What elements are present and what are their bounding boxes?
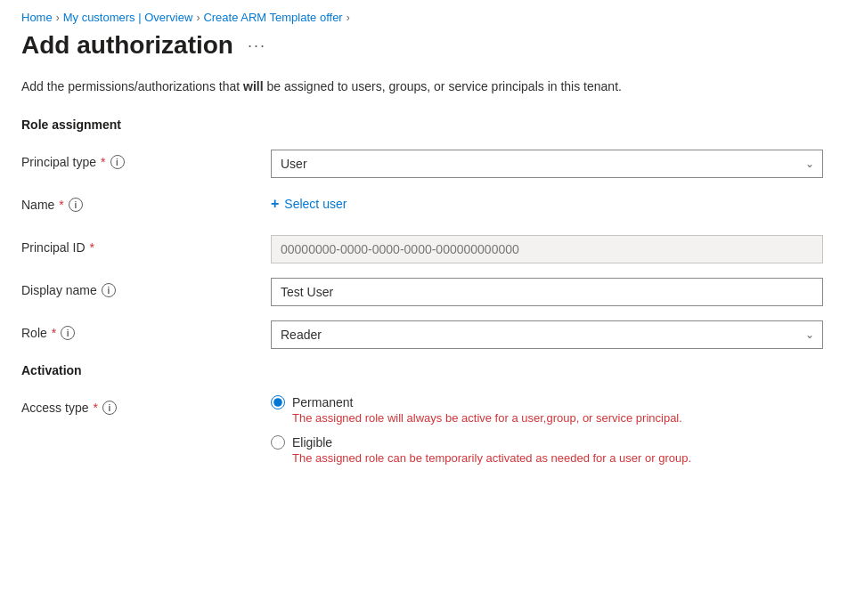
- breadcrumb-my-customers[interactable]: My customers | Overview: [63, 11, 193, 24]
- eligible-description: The assigned role can be temporarily act…: [292, 451, 823, 465]
- access-type-info-icon[interactable]: i: [102, 401, 117, 415]
- permanent-label[interactable]: Permanent: [292, 395, 353, 409]
- name-required: *: [59, 198, 63, 212]
- role-assignment-title: Role assignment: [21, 118, 827, 132]
- eligible-label[interactable]: Eligible: [292, 435, 332, 450]
- display-name-info-icon[interactable]: i: [102, 283, 116, 297]
- name-row: Name * i + Select user: [21, 192, 827, 221]
- eligible-option: Eligible The assigned role can be tempor…: [271, 435, 823, 465]
- permanent-radio-row: Permanent: [271, 395, 823, 409]
- activation-section: Activation Access type * i Permanent The…: [21, 363, 827, 465]
- breadcrumb-sep-2: ›: [196, 12, 200, 24]
- breadcrumb-home[interactable]: Home: [21, 11, 53, 24]
- permanent-description: The assigned role will always be active …: [292, 411, 823, 425]
- principal-id-label: Principal ID *: [21, 235, 271, 255]
- principal-id-control: [271, 235, 823, 263]
- role-label: Role * i: [21, 320, 271, 340]
- principal-type-label: Principal type * i: [21, 150, 271, 169]
- principal-id-row: Principal ID *: [21, 235, 827, 263]
- access-type-row: Access type * i Permanent The assigned r…: [21, 395, 827, 465]
- breadcrumb-sep-3: ›: [347, 12, 350, 24]
- role-assignment-section: Role assignment Principal type * i User …: [21, 118, 827, 349]
- access-type-control: Permanent The assigned role will always …: [271, 395, 823, 465]
- access-type-radio-group: Permanent The assigned role will always …: [271, 395, 823, 465]
- permanent-option: Permanent The assigned role will always …: [271, 395, 823, 425]
- principal-type-control: User Group Service Principal ⌄: [271, 150, 823, 178]
- display-name-input[interactable]: [271, 278, 823, 306]
- page-title-row: Add authorization ···: [21, 31, 827, 60]
- name-label: Name * i: [21, 192, 271, 212]
- access-type-required: *: [93, 401, 97, 415]
- role-required: *: [52, 326, 56, 340]
- access-type-label: Access type * i: [21, 395, 271, 415]
- principal-type-select[interactable]: User Group Service Principal: [271, 150, 823, 178]
- principal-type-select-wrapper: User Group Service Principal ⌄: [271, 150, 823, 178]
- name-info-icon[interactable]: i: [69, 198, 83, 212]
- breadcrumb-sep-1: ›: [56, 12, 60, 24]
- more-options-button[interactable]: ···: [242, 35, 272, 57]
- role-select[interactable]: Reader Contributor Owner: [271, 320, 823, 349]
- principal-id-required: *: [90, 240, 94, 255]
- breadcrumb: Home › My customers | Overview › Create …: [21, 0, 827, 31]
- activation-title: Activation: [21, 363, 827, 377]
- select-user-label: Select user: [284, 197, 347, 211]
- display-name-label: Display name i: [21, 278, 271, 297]
- eligible-radio-row: Eligible: [271, 435, 823, 450]
- display-name-control: [271, 278, 823, 306]
- principal-type-info-icon[interactable]: i: [110, 155, 125, 169]
- breadcrumb-create-offer[interactable]: Create ARM Template offer: [203, 11, 342, 24]
- select-user-button[interactable]: + Select user: [271, 192, 347, 215]
- permanent-radio[interactable]: [271, 395, 285, 409]
- role-select-wrapper: Reader Contributor Owner ⌄: [271, 320, 823, 349]
- page-description: Add the permissions/authorizations that …: [21, 77, 827, 96]
- principal-type-required: *: [101, 155, 105, 169]
- name-control: + Select user: [271, 192, 823, 215]
- principal-type-row: Principal type * i User Group Service Pr…: [21, 150, 827, 178]
- plus-icon: +: [271, 196, 279, 212]
- eligible-radio[interactable]: [271, 435, 285, 450]
- principal-id-input[interactable]: [271, 235, 823, 263]
- role-control: Reader Contributor Owner ⌄: [271, 320, 823, 349]
- page-title: Add authorization: [21, 31, 233, 60]
- role-info-icon[interactable]: i: [61, 326, 75, 340]
- display-name-row: Display name i: [21, 278, 827, 306]
- role-row: Role * i Reader Contributor Owner ⌄: [21, 320, 827, 349]
